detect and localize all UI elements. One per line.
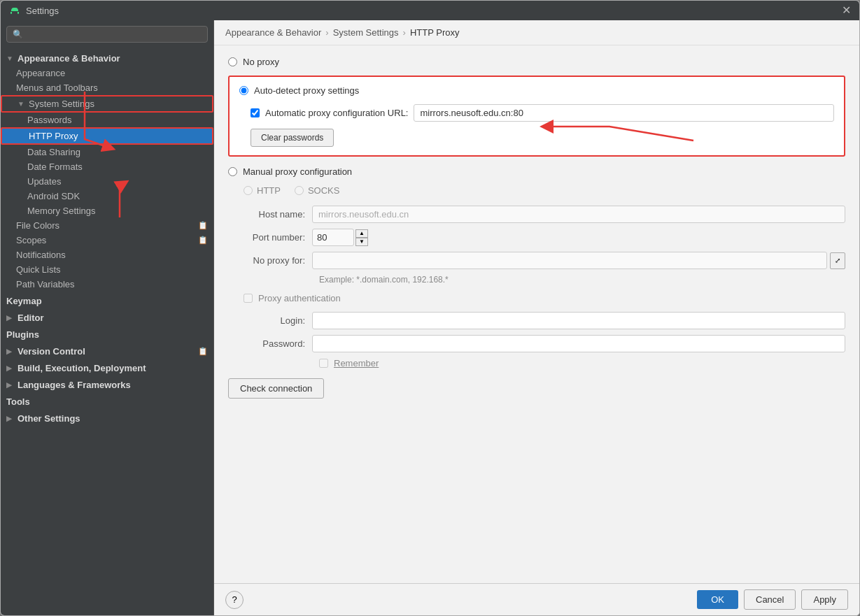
socks-radio-label[interactable]: SOCKS bbox=[295, 185, 340, 196]
password-label: Password: bbox=[228, 338, 312, 349]
manual-header: Manual proxy configuration bbox=[228, 166, 845, 177]
proxy-auth-label[interactable]: Proxy authentication bbox=[258, 293, 341, 303]
http-label: HTTP bbox=[257, 185, 281, 196]
sidebar-item-label: Date Formats bbox=[27, 162, 83, 172]
sidebar-item-label: Data Sharing bbox=[27, 147, 80, 157]
expand-icon: ▼ bbox=[6, 55, 15, 62]
sidebar-item-system-settings[interactable]: ▼ System Settings bbox=[1, 95, 213, 113]
sidebar-item-appearance-behavior[interactable]: ▼ Appearance & Behavior bbox=[1, 51, 213, 66]
sidebar-item-appearance[interactable]: Appearance bbox=[1, 66, 213, 80]
http-socks-row: HTTP SOCKS bbox=[244, 185, 845, 196]
sidebar-item-label: Quick Lists bbox=[16, 264, 61, 275]
no-proxy-for-row: No proxy for: ⤢ bbox=[228, 252, 845, 269]
http-radio[interactable] bbox=[244, 186, 253, 195]
sidebar-item-languages[interactable]: ▶ Languages & Frameworks bbox=[1, 375, 213, 392]
expand-icon: ▶ bbox=[6, 381, 15, 389]
socks-radio[interactable] bbox=[295, 186, 304, 195]
auto-proxy-config-checkbox[interactable] bbox=[251, 108, 260, 117]
proxy-url-input[interactable] bbox=[414, 104, 834, 122]
password-input[interactable] bbox=[312, 335, 845, 352]
auto-proxy-config-label[interactable]: Automatic proxy configuration URL: bbox=[265, 108, 408, 118]
sidebar-item-label: HTTP Proxy bbox=[29, 131, 78, 141]
port-up-button[interactable]: ▲ bbox=[355, 229, 368, 238]
sidebar-item-menus-toolbars[interactable]: Menus and Toolbars bbox=[1, 80, 213, 95]
no-proxy-for-input[interactable] bbox=[312, 252, 827, 269]
remember-label[interactable]: Remember bbox=[334, 358, 379, 368]
auto-proxy-config-row: Automatic proxy configuration URL: bbox=[239, 104, 834, 122]
sidebar-item-date-formats[interactable]: Date Formats bbox=[1, 159, 213, 174]
sidebar-item-other-settings[interactable]: ▶ Other Settings bbox=[1, 409, 213, 426]
sidebar-item-notifications[interactable]: Notifications bbox=[1, 248, 213, 262]
auto-detect-radio[interactable] bbox=[239, 86, 248, 95]
expand-button[interactable]: ⤢ bbox=[830, 252, 845, 269]
remember-checkbox[interactable] bbox=[319, 359, 328, 368]
check-connection-button[interactable]: Check connection bbox=[228, 378, 324, 399]
password-row: Password: bbox=[228, 335, 845, 352]
proxy-auth-checkbox[interactable] bbox=[244, 294, 253, 303]
port-input[interactable] bbox=[312, 229, 354, 246]
bottom-bar: ? OK Cancel Apply bbox=[214, 583, 859, 615]
no-proxy-row: No proxy bbox=[228, 57, 845, 67]
sidebar-item-label: Tools bbox=[6, 396, 30, 407]
expand-icon: ▶ bbox=[6, 348, 15, 355]
sidebar-item-label: Editor bbox=[17, 313, 44, 323]
bottom-buttons: OK Cancel Apply bbox=[697, 589, 848, 610]
expand-icon: ▶ bbox=[6, 314, 15, 322]
search-box[interactable]: 🔍 bbox=[6, 26, 208, 43]
proxy-content: No proxy Auto-detect proxy settings Auto… bbox=[214, 45, 859, 583]
cancel-button[interactable]: Cancel bbox=[744, 589, 796, 610]
sidebar-item-quick-lists[interactable]: Quick Lists bbox=[1, 262, 213, 277]
no-proxy-radio[interactable] bbox=[228, 57, 237, 66]
sidebar-tree: ▼ Appearance & Behavior Appearance Menus… bbox=[1, 48, 213, 615]
sidebar-item-label: Notifications bbox=[16, 250, 66, 260]
breadcrumb-sep1: › bbox=[325, 27, 328, 38]
sidebar-item-http-proxy[interactable]: HTTP Proxy bbox=[1, 127, 213, 145]
sidebar-item-editor[interactable]: ▶ Editor bbox=[1, 308, 213, 325]
search-input[interactable] bbox=[27, 29, 202, 39]
sidebar-item-updates[interactable]: Updates bbox=[1, 174, 213, 189]
content-area: 🔍 ▼ Appearance & Behavior Appearance Men… bbox=[1, 20, 859, 615]
sidebar-item-label: Android SDK bbox=[27, 191, 80, 201]
port-down-button[interactable]: ▼ bbox=[355, 238, 368, 246]
search-icon: 🔍 bbox=[13, 29, 23, 39]
apply-button[interactable]: Apply bbox=[801, 589, 848, 610]
ok-button[interactable]: OK bbox=[697, 590, 738, 609]
sidebar: 🔍 ▼ Appearance & Behavior Appearance Men… bbox=[1, 20, 214, 615]
auto-detect-label[interactable]: Auto-detect proxy settings bbox=[254, 85, 359, 96]
manual-proxy-radio[interactable] bbox=[228, 167, 237, 176]
breadcrumb-sep2: › bbox=[403, 27, 406, 38]
help-button[interactable]: ? bbox=[225, 591, 244, 609]
check-connection-wrap: Check connection bbox=[228, 378, 845, 399]
sidebar-item-scopes[interactable]: Scopes 📋 bbox=[1, 233, 213, 248]
no-proxy-for-field-wrap: ⤢ bbox=[312, 252, 845, 269]
sidebar-item-label: Updates bbox=[27, 176, 61, 187]
no-proxy-label[interactable]: No proxy bbox=[243, 57, 279, 67]
sidebar-item-tools[interactable]: Tools bbox=[1, 392, 213, 409]
sidebar-item-memory-settings[interactable]: Memory Settings bbox=[1, 203, 213, 218]
sidebar-item-passwords[interactable]: Passwords bbox=[1, 113, 213, 127]
remember-row: Remember bbox=[319, 358, 845, 368]
sidebar-item-build-exec[interactable]: ▶ Build, Execution, Deployment bbox=[1, 359, 213, 375]
http-radio-label[interactable]: HTTP bbox=[244, 185, 281, 196]
manual-proxy-label[interactable]: Manual proxy configuration bbox=[243, 166, 352, 177]
auto-detect-section: Auto-detect proxy settings Automatic pro… bbox=[228, 76, 845, 157]
socks-label: SOCKS bbox=[308, 185, 340, 196]
host-name-input[interactable] bbox=[312, 206, 845, 223]
close-button[interactable]: ✕ bbox=[842, 5, 851, 16]
sidebar-item-path-variables[interactable]: Path Variables bbox=[1, 277, 213, 292]
sidebar-item-label: Memory Settings bbox=[27, 206, 96, 216]
breadcrumb-system: System Settings bbox=[333, 27, 399, 38]
android-icon bbox=[9, 5, 20, 16]
no-proxy-for-label: No proxy for: bbox=[228, 255, 312, 266]
clear-passwords-button[interactable]: Clear passwords bbox=[251, 129, 334, 147]
sidebar-item-android-sdk[interactable]: Android SDK bbox=[1, 189, 213, 203]
breadcrumb-appearance: Appearance & Behavior bbox=[225, 27, 321, 38]
sidebar-item-label: Scopes bbox=[16, 235, 46, 245]
login-input[interactable] bbox=[312, 312, 845, 329]
sidebar-item-plugins[interactable]: Plugins bbox=[1, 325, 213, 342]
sidebar-item-keymap[interactable]: Keymap bbox=[1, 292, 213, 308]
sidebar-item-data-sharing[interactable]: Data Sharing bbox=[1, 145, 213, 159]
sidebar-item-file-colors[interactable]: File Colors 📋 bbox=[1, 218, 213, 233]
sidebar-item-version-control[interactable]: ▶ Version Control 📋 bbox=[1, 342, 213, 359]
sidebar-item-label: Other Settings bbox=[17, 413, 80, 424]
